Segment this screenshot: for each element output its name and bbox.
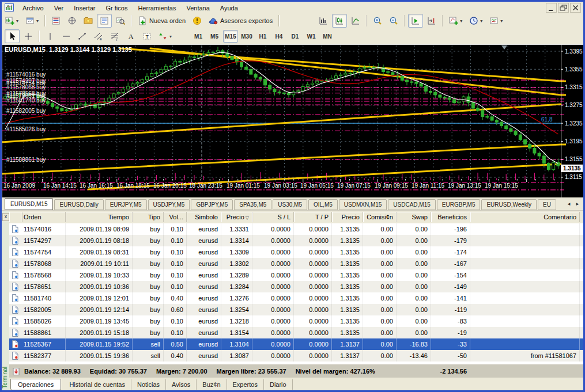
terminal-tab-operaciones[interactable]: Operaciones (10, 379, 61, 390)
terminal-tab-diario[interactable]: Diario (264, 379, 293, 390)
chart-tab-eurgbp-m5[interactable]: EURGBP,M5 (437, 199, 481, 210)
zoom-in-button[interactable] (370, 14, 385, 28)
terminal-tab-buz-n[interactable]: Buz¢n (197, 379, 227, 390)
timeframe-mn[interactable]: MN (320, 30, 335, 43)
horizontal-line-button[interactable] (59, 29, 74, 43)
column-header-precio[interactable]: Precio (332, 212, 363, 222)
order-row-11525367[interactable]: 115253672009.01.15 19:52sell0.50eurusd1.… (9, 338, 583, 350)
navigator-button[interactable] (81, 14, 96, 28)
text-button[interactable]: A (123, 29, 138, 43)
order-row-11574016[interactable]: 115740162009.01.19 08:09buy0.10eurusd1.3… (9, 223, 583, 235)
chart-tab-eu[interactable]: EU (538, 199, 556, 210)
menu-archivo[interactable]: Archivo (17, 3, 49, 13)
order-row-11585026[interactable]: 115850262009.01.19 13:45buy0.10eurusd1.3… (9, 315, 583, 327)
restore-button[interactable] (558, 3, 569, 13)
chart-tab-eurusd-m15[interactable]: EURUSD,M15 (5, 198, 53, 210)
close-button[interactable] (570, 3, 581, 13)
fibonacci-button[interactable]: F (107, 29, 122, 43)
timeframe-d1[interactable]: D1 (288, 30, 303, 43)
menu-insertar[interactable]: Insertar (69, 3, 100, 13)
order-row-11574297[interactable]: 115742972009.01.19 08:18buy0.10eurusd1.3… (9, 235, 583, 246)
column-header-beneficios[interactable]: Beneficios (431, 212, 470, 222)
trendline-button[interactable] (75, 29, 90, 43)
terminal-tab-avisos[interactable]: Avisos (166, 379, 197, 390)
chart-tab-us30-m5[interactable]: US30,M5 (273, 199, 307, 210)
menu-ventana[interactable]: Ventana (181, 3, 214, 13)
new-chart-button[interactable]: ▾ (2, 14, 21, 28)
timeframe-m30[interactable]: M30 (239, 30, 254, 43)
scroll-right-button[interactable]: ► (574, 200, 581, 208)
order-row-11588861[interactable]: 115888612009.01.19 15:18buy0.10eurusd1.3… (9, 327, 583, 338)
column-header-precio[interactable]: Precio▽ (221, 212, 252, 222)
timeframe-h4[interactable]: H4 (271, 30, 286, 43)
chart-tab-eurusd-weekly[interactable]: EURUSD,Weekly (481, 199, 537, 210)
column-header-s-l[interactable]: S / L (252, 212, 294, 222)
cursor-button[interactable] (5, 29, 20, 43)
line-chart-button[interactable] (348, 14, 363, 28)
column-header-vol[interactable]: Vol... (164, 212, 187, 222)
expert-advisors-button[interactable]: Asesores expertos (206, 14, 275, 28)
templates-button[interactable]: ▾ (486, 14, 505, 28)
indicators-button[interactable]: ▾ (446, 14, 465, 28)
market-watch-button[interactable] (48, 14, 63, 28)
menu-gr-ficos[interactable]: Gr ficos (101, 3, 133, 13)
order-row-11578651[interactable]: 115786512009.01.19 10:36buy0.10eurusd1.3… (9, 281, 583, 292)
timeframe-h1[interactable]: H1 (255, 30, 270, 43)
menu-ver[interactable]: Ver (49, 3, 69, 13)
price-chart[interactable]: 61,8#11574016 buy#11574297 buy#11574754 … (2, 44, 583, 197)
terminal-button[interactable] (97, 14, 112, 28)
crosshair-button[interactable] (21, 29, 36, 43)
timeframe-w1[interactable]: W1 (304, 30, 319, 43)
equidistant-channel-button[interactable]: E (91, 29, 106, 43)
column-header-comentario[interactable]: Comentario (470, 212, 580, 222)
metaeditor-button[interactable] (190, 14, 205, 28)
column-header-comisi-n[interactable]: Comisi¢n (363, 212, 397, 222)
profiles-button[interactable]: ▾ (22, 14, 41, 28)
data-window-button[interactable] (65, 14, 80, 28)
order-row-11582377[interactable]: 115823772009.01.15 19:36sell0.40eurusd1.… (9, 350, 583, 361)
terminal-tab-noticias[interactable]: Noticias (131, 379, 166, 390)
strategy-tester-button[interactable] (113, 14, 128, 28)
scroll-left-button[interactable]: ◄ (565, 200, 572, 208)
terminal-tab-historial-de-cuentas[interactable]: Historial de cuentas (63, 379, 131, 390)
vertical-line-button[interactable] (43, 29, 58, 43)
timeframe-m15[interactable]: M15 (223, 30, 238, 43)
terminal-tab-expertos[interactable]: Expertos (227, 379, 264, 390)
menu-herramientas[interactable]: Herramientas (133, 3, 181, 13)
column-header-simbolo[interactable]: Simbolo (187, 212, 221, 222)
column-header-t-p[interactable]: T / P (294, 212, 332, 222)
chart-tab-spa35-m5[interactable]: SPA35,M5 (234, 199, 271, 210)
minimize-button[interactable] (546, 3, 557, 13)
auto-scroll-button[interactable] (408, 14, 423, 28)
new-order-button[interactable]: Nueva orden (135, 14, 188, 28)
menu-ayuda[interactable]: Ayuda (215, 3, 243, 13)
cell-comentario (470, 292, 580, 304)
chart-tab-eurusd-daily[interactable]: EURUSD,Daily (54, 199, 103, 210)
chart-tab-usdmxn-m15[interactable]: USDMXN,M15 (339, 199, 387, 210)
column-header-tipo[interactable]: Tipo (133, 212, 164, 222)
order-row-11574754[interactable]: 115747542009.01.19 08:31buy0.10eurusd1.3… (9, 246, 583, 258)
chart-tab-usdjpy-m5[interactable]: USDJPY,M5 (148, 199, 190, 210)
chart-tab-oil-m5[interactable]: OIL,M5 (308, 199, 338, 210)
candlestick-chart-button[interactable] (332, 14, 347, 28)
periods-button[interactable]: ▾ (466, 14, 485, 28)
text-label-button[interactable]: T (139, 29, 154, 43)
chart-tab-usdcad-m15[interactable]: USDCAD,M15 (388, 199, 435, 210)
order-row-11581740[interactable]: 115817402009.01.19 12:01buy0.40eurusd1.3… (9, 292, 583, 304)
zoom-out-button[interactable] (386, 14, 401, 28)
cell-precio: 1.3135 (332, 281, 363, 292)
arrows-button[interactable]: ▾ (156, 29, 175, 43)
order-row-11582005[interactable]: 115820052009.01.19 12:14buy0.60eurusd1.3… (9, 304, 583, 315)
chart-tab-gbpjpy-m5[interactable]: GBPJPY,M5 (191, 199, 233, 210)
bar-chart-button[interactable] (316, 14, 331, 28)
terminal-close-button[interactable]: x (2, 213, 9, 221)
column-header-tiempo[interactable]: Tiempo (66, 212, 133, 222)
timeframe-m1[interactable]: M1 (191, 30, 206, 43)
chart-shift-button[interactable] (424, 14, 439, 28)
column-header-orden[interactable]: Orden (21, 212, 66, 222)
order-row-11578568[interactable]: 115785682009.01.19 10:33buy0.10eurusd1.3… (9, 269, 583, 281)
order-row-11578068[interactable]: 115780682009.01.19 10:11buy0.10eurusd1.3… (9, 258, 583, 269)
column-header-swap[interactable]: Swap (397, 212, 431, 222)
chart-tab-eurjpy-m5[interactable]: EURJPY,M5 (105, 199, 147, 210)
timeframe-m5[interactable]: M5 (207, 30, 222, 43)
